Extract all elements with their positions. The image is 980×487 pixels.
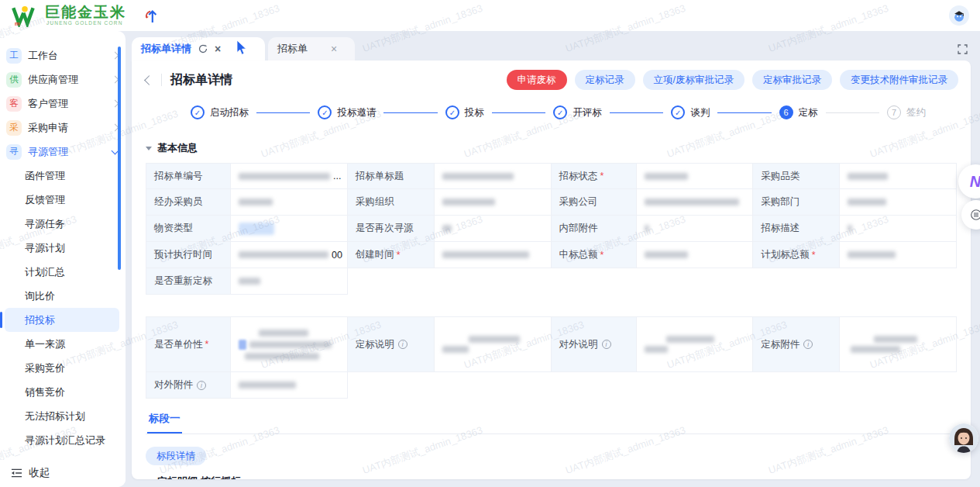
field-value-redacted [848,250,948,260]
field-value-redacted [645,171,745,181]
field-label: 对外附件i [146,372,231,399]
sidebar-item-销售竞价[interactable]: 销售竞价 [0,380,126,404]
redacted-blob [259,330,308,337]
close-icon[interactable]: × [331,43,337,54]
field-label: 定标附件i [753,316,840,372]
action-button-立项/废标审批记录[interactable]: 立项/废标审批记录 [643,70,744,90]
sidebar-item-单一来源[interactable]: 单一来源 [0,332,126,356]
step-签约: 7签约 [887,105,926,119]
redacted-blob [442,199,495,206]
field-value-redacted [239,380,339,390]
sidebar-item-label: 单一来源 [25,337,65,351]
field-value-redacted [848,223,948,233]
field-label-text: 预计执行时间 [154,248,212,261]
info-icon[interactable]: i [398,340,407,349]
sidebar-collapse-button[interactable]: 收起 [0,459,126,487]
action-button-申请废标[interactable]: 申请废标 [507,70,567,90]
divider [161,74,162,86]
nav-arrow-icon[interactable] [143,5,159,26]
tab-招标单详情[interactable]: 招标单详情× [132,37,265,60]
step-label: 定标 [799,106,818,119]
value-line [645,336,745,343]
field-label: 定标说明i [348,316,435,372]
close-icon[interactable]: × [215,43,221,54]
field-label-text: 是否再次寻源 [356,222,414,235]
redacted-blob [245,353,319,360]
action-button-变更技术附件审批记录[interactable]: 变更技术附件审批记录 [840,70,958,90]
sidebar-item-label: 寻源计划 [25,241,65,255]
sidebar-item-寻源计划[interactable]: 寻源计划 [0,236,126,260]
sidebar-item-无法招标计划[interactable]: 无法招标计划 [0,404,126,428]
field-label: 是否再次寻源 [348,216,435,242]
user-avatar[interactable] [949,423,978,453]
basic-info-section-header[interactable]: 基本信息 [146,141,957,155]
active-indicator [0,312,2,328]
step-label: 开评标 [573,106,602,119]
field-label: 招标单编号 [146,163,231,189]
value-line [239,223,339,235]
sidebar-group-寻源管理[interactable]: 寻寻源管理 [0,140,126,164]
info-icon[interactable]: i [602,340,611,349]
value-line [848,336,948,343]
sidebar-item-寻源计划汇总记录[interactable]: 寻源计划汇总记录 [0,428,126,452]
logo-subtitle: JUNENG GOLDEN CORN [45,21,126,26]
sidebar-item-反馈管理[interactable]: 反馈管理 [0,188,126,212]
tab-label: 招标单 [277,42,308,56]
sidebar-item-询比价[interactable]: 询比价 [0,284,126,308]
sidebar-group-工作台[interactable]: 工工作台 [0,43,126,67]
field-label: 是否单价性* [146,316,231,372]
info-icon[interactable]: i [197,381,206,390]
award-info-table: 是否单价性*定标说明i对外说明i定标附件i对外附件i [146,316,957,399]
award-detail-section-header[interactable]: 定标明细-按行授标 [146,475,943,479]
sidebar-group-客户管理[interactable]: 客客户管理 [0,92,126,116]
sidebar-scrollbar[interactable] [118,47,121,270]
value-line [239,340,339,350]
field-label: 创建时间* [348,242,435,268]
sidebar-item-采购竞价[interactable]: 采购竞价 [0,356,126,380]
svg-text:m: m [15,20,20,27]
tab-招标单[interactable]: 招标单× [268,37,355,60]
value-line [239,382,339,389]
sidebar-item-label: 计划汇总 [25,265,65,279]
field-value [840,216,957,242]
value-line [848,199,948,206]
detail-card: 招标单详情 申请废标定标记录立项/废标审批记录定标审批记录变更技术附件审批记录 … [132,60,971,479]
sidebar-item-计划汇总[interactable]: 计划汇总 [0,260,126,284]
step-connector [492,112,545,113]
redacted-blob [645,199,739,206]
redacted-blob [239,251,328,258]
value-line [442,225,543,232]
value-line [239,199,339,206]
lot-tab[interactable]: 标段一 [147,408,182,433]
sidebar-item-函件管理[interactable]: 函件管理 [0,164,126,188]
sidebar-item-招投标[interactable]: 招投标 [5,308,119,332]
field-label-text: 采购组织 [356,195,394,209]
back-icon[interactable] [144,75,154,85]
main-area: 招标单详情×招标单× 招标单详情 申请废标定标记录立项/废标审批记录定标审批记录… [126,31,980,487]
menu-badge-icon: 采 [6,120,22,136]
step-circle: 7 [887,105,901,119]
action-button-定标审批记录[interactable]: 定标审批记录 [752,70,832,90]
value-line [645,346,745,353]
redacted-blob [442,346,469,353]
value-line [239,278,339,285]
redacted-blob [239,223,274,235]
info-icon[interactable]: i [803,340,813,349]
action-button-定标记录[interactable]: 定标记录 [575,70,635,90]
redacted-blob [239,340,246,350]
collapse-triangle-icon [146,147,152,150]
sidebar-item-寻源任务[interactable]: 寻源任务 [0,212,126,236]
field-value [435,163,552,189]
field-label-text: 是否单价性 [154,338,203,351]
sidebar-group-供应商管理[interactable]: 供供应商管理 [0,67,126,92]
help-mascot-icon[interactable] [949,5,969,26]
field-value [840,316,957,372]
lot-detail-button[interactable]: 标段详情 [146,447,206,465]
redacted-blob [239,173,330,180]
field-value [231,316,348,372]
sidebar-group-采购申请[interactable]: 采采购申请 [0,116,126,140]
fullscreen-icon[interactable] [958,44,968,54]
refresh-icon[interactable] [198,44,208,54]
field-value-redacted: ... [239,169,339,183]
field-value-redacted [645,197,745,207]
